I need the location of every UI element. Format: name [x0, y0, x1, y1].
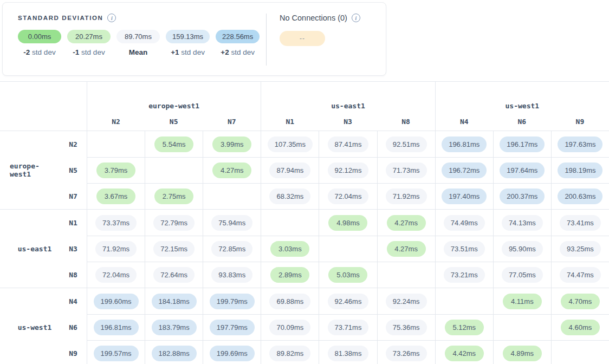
latency-pill[interactable]: 69.88ms: [269, 294, 310, 309]
std-dev-title: STANDARD DEVIATION: [18, 15, 103, 21]
latency-pill[interactable]: 199.57ms: [94, 346, 139, 361]
latency-pill[interactable]: 87.41ms: [328, 136, 369, 152]
latency-pill[interactable]: 196.81ms: [442, 136, 487, 152]
legend-pill: 228.56ms: [216, 30, 260, 43]
latency-pill[interactable]: 73.21ms: [444, 267, 485, 283]
latency-pill[interactable]: 4.27ms: [387, 241, 426, 257]
latency-pill[interactable]: 182.88ms: [152, 346, 197, 361]
latency-pill[interactable]: 196.72ms: [442, 162, 487, 178]
latency-pill[interactable]: 4.98ms: [328, 215, 367, 231]
latency-pill[interactable]: 92.24ms: [386, 294, 427, 309]
latency-pill[interactable]: 200.63ms: [558, 188, 602, 204]
latency-cell: 73.51ms: [435, 236, 493, 262]
latency-pill[interactable]: 197.79ms: [210, 320, 255, 335]
latency-pill[interactable]: 3.67ms: [96, 188, 135, 204]
latency-pill[interactable]: 4.70ms: [561, 294, 600, 309]
latency-pill[interactable]: 4.11ms: [503, 294, 542, 309]
latency-pill[interactable]: 71.92ms: [95, 241, 137, 257]
latency-pill[interactable]: 198.19ms: [558, 162, 602, 178]
latency-pill[interactable]: 5.54ms: [154, 136, 193, 152]
latency-pill[interactable]: 72.15ms: [153, 241, 195, 257]
legend-label: +2 std dev: [221, 48, 255, 56]
latency-pill[interactable]: 93.83ms: [211, 267, 252, 283]
latency-cell: 87.41ms: [319, 131, 377, 157]
latency-pill[interactable]: 4.42ms: [445, 346, 484, 361]
latency-cell: 72.64ms: [145, 262, 203, 288]
matrix-body: europe-west1N25.54ms3.99ms107.35ms87.41m…: [0, 131, 609, 364]
latency-pill[interactable]: 73.37ms: [95, 215, 137, 231]
latency-pill[interactable]: 75.36ms: [386, 320, 427, 335]
latency-cell: 197.64ms: [493, 157, 551, 183]
latency-pill[interactable]: 184.18ms: [152, 294, 197, 309]
latency-cell: 197.63ms: [551, 131, 609, 157]
latency-cell: 73.71ms: [319, 314, 377, 340]
latency-pill[interactable]: 75.94ms: [211, 215, 252, 231]
latency-pill[interactable]: 92.12ms: [328, 162, 369, 178]
latency-pill[interactable]: 197.40ms: [442, 188, 487, 204]
latency-pill[interactable]: 89.82ms: [269, 346, 310, 361]
latency-pill[interactable]: 5.03ms: [328, 267, 367, 283]
latency-pill[interactable]: 3.79ms: [96, 162, 135, 178]
latency-pill[interactable]: 73.51ms: [444, 241, 485, 257]
latency-pill[interactable]: 93.25ms: [560, 241, 601, 257]
latency-pill[interactable]: 72.04ms: [95, 267, 137, 283]
latency-cell: 184.18ms: [145, 288, 203, 314]
latency-pill[interactable]: 2.75ms: [154, 188, 193, 204]
legend-label: +1 std dev: [171, 48, 205, 56]
latency-pill[interactable]: 5.12ms: [445, 320, 484, 335]
latency-cell: 71.92ms: [87, 236, 145, 262]
latency-pill[interactable]: 72.64ms: [153, 267, 195, 283]
latency-pill[interactable]: 70.09ms: [269, 320, 310, 335]
column-group-header: europe-west1: [87, 82, 261, 112]
latency-cell: 72.04ms: [87, 262, 145, 288]
row-node-label: N4: [60, 288, 87, 314]
latency-cell: 87.94ms: [261, 157, 319, 183]
latency-pill[interactable]: 87.94ms: [269, 162, 310, 178]
latency-pill[interactable]: 196.17ms: [500, 136, 545, 152]
latency-pill[interactable]: 92.51ms: [386, 136, 427, 152]
latency-pill[interactable]: 72.85ms: [211, 241, 252, 257]
row-region-label: europe-west1: [0, 131, 60, 209]
latency-pill[interactable]: 71.92ms: [386, 188, 427, 204]
latency-pill[interactable]: 107.35ms: [268, 136, 313, 152]
latency-pill[interactable]: 4.89ms: [503, 346, 542, 361]
latency-pill[interactable]: 73.71ms: [328, 320, 369, 335]
no-connections-info-icon[interactable]: i: [352, 14, 360, 22]
latency-pill[interactable]: 199.79ms: [210, 294, 255, 309]
latency-pill[interactable]: 196.81ms: [94, 320, 139, 335]
latency-cell: 196.72ms: [435, 157, 493, 183]
latency-pill[interactable]: 197.64ms: [500, 162, 545, 178]
latency-pill[interactable]: 68.32ms: [269, 188, 310, 204]
latency-pill[interactable]: 71.73ms: [386, 162, 427, 178]
latency-pill[interactable]: 72.04ms: [328, 188, 369, 204]
latency-pill[interactable]: 3.99ms: [212, 136, 251, 152]
latency-pill[interactable]: 73.26ms: [386, 346, 427, 361]
latency-pill[interactable]: 74.49ms: [444, 215, 485, 231]
latency-pill[interactable]: 4.60ms: [561, 320, 600, 335]
latency-pill[interactable]: 74.13ms: [502, 215, 543, 231]
latency-pill[interactable]: 199.69ms: [210, 346, 255, 361]
std-dev-info-icon[interactable]: i: [107, 14, 116, 22]
latency-matrix: europe-west1N2N5N7us-east1N1N3N8us-west1…: [0, 81, 609, 364]
latency-pill[interactable]: 4.27ms: [387, 215, 426, 231]
latency-pill[interactable]: 74.47ms: [560, 267, 601, 283]
latency-pill[interactable]: 73.41ms: [560, 215, 601, 231]
legend-item: 20.27ms-1 std dev: [67, 30, 111, 56]
latency-pill[interactable]: 92.46ms: [328, 294, 369, 309]
latency-pill[interactable]: 200.37ms: [500, 188, 545, 204]
latency-pill[interactable]: 183.79ms: [152, 320, 197, 335]
latency-pill[interactable]: 2.89ms: [270, 267, 309, 283]
legend-label: -2 std dev: [23, 48, 55, 56]
latency-pill[interactable]: 3.03ms: [270, 241, 309, 257]
latency-cell: 199.79ms: [203, 288, 261, 314]
latency-pill[interactable]: 197.63ms: [558, 136, 602, 152]
latency-pill[interactable]: 199.60ms: [94, 294, 139, 309]
latency-pill[interactable]: 4.27ms: [212, 162, 251, 178]
latency-cell: 3.67ms: [87, 183, 145, 209]
latency-pill[interactable]: 81.38ms: [328, 346, 369, 361]
latency-pill[interactable]: 95.90ms: [502, 241, 543, 257]
latency-cell: 3.99ms: [203, 131, 261, 157]
latency-pill[interactable]: 77.05ms: [502, 267, 543, 283]
legend-pill: 20.27ms: [67, 30, 111, 43]
latency-pill[interactable]: 72.79ms: [153, 215, 195, 231]
